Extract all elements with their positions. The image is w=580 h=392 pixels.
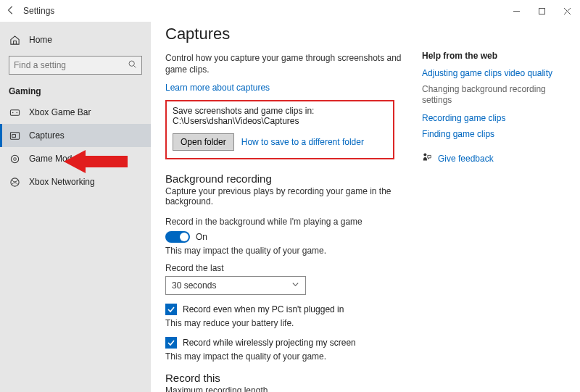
sidebar: Home Gaming Xbox Game Bar [0, 22, 151, 392]
svg-point-11 [10, 178, 18, 185]
sidebar-section-label: Gaming [0, 75, 151, 101]
sidebar-item-label: Xbox Networking [29, 177, 95, 187]
svg-point-5 [12, 112, 13, 113]
sidebar-nav: Xbox Game Bar Captures Game Mode [0, 101, 151, 193]
help-heading: Help from the web [422, 51, 567, 61]
sidebar-item-captures[interactable]: Captures [0, 124, 151, 147]
chevron-down-icon [291, 280, 299, 291]
minimize-button[interactable] [504, 0, 529, 22]
svg-rect-8 [12, 134, 15, 137]
checkbox-wireless-label: Record while wirelessly projecting my sc… [183, 338, 356, 348]
window-title: Settings [22, 6, 54, 16]
sidebar-item-game-mode[interactable]: Game Mode [0, 147, 151, 170]
sidebar-home[interactable]: Home [0, 30, 151, 50]
learn-more-link[interactable]: Learn more about captures [165, 83, 270, 93]
save-location-label: Save screenshots and game clips in: C:\U… [173, 106, 387, 126]
help-aside: Help from the web Adjusting game clips v… [422, 25, 567, 392]
how-to-save-link[interactable]: How to save to a different folder [241, 137, 364, 147]
title-bar: Settings [0, 0, 580, 22]
back-button[interactable] [0, 5, 22, 17]
captures-icon [9, 130, 20, 141]
svg-rect-7 [10, 132, 19, 138]
svg-point-2 [129, 61, 134, 66]
sidebar-item-xbox-game-bar[interactable]: Xbox Game Bar [0, 101, 151, 124]
xbox-networking-icon [9, 177, 20, 188]
checkbox-wireless[interactable] [165, 337, 177, 349]
feedback-icon [422, 152, 432, 164]
help-link-recording[interactable]: Recording game clips [422, 113, 567, 123]
svg-point-9 [11, 155, 18, 162]
record-this-heading: Record this [165, 372, 415, 384]
home-icon [9, 35, 20, 46]
record-last-select[interactable]: 30 seconds [165, 276, 306, 295]
close-button[interactable] [555, 0, 580, 22]
svg-point-6 [16, 112, 17, 113]
help-link-finding[interactable]: Finding game clips [422, 129, 567, 139]
maximize-button[interactable] [529, 0, 555, 22]
toggle-label: Record in the background while I'm playi… [165, 217, 415, 227]
toggle-note: This may impact the quality of your game… [165, 246, 415, 256]
open-folder-button[interactable]: Open folder [173, 133, 234, 151]
search-box[interactable] [9, 56, 142, 75]
toggle-state: On [196, 232, 207, 242]
background-subtext: Capture your previous plays by recording… [165, 186, 415, 207]
background-heading: Background recording [165, 172, 415, 185]
record-this-sub: Maximum recording length [165, 385, 415, 392]
help-link-changing-bg: Changing background recording settings [422, 84, 567, 106]
background-recording-toggle[interactable] [165, 231, 190, 243]
checkbox-plugged-note: This may reduce your battery life. [165, 318, 415, 328]
svg-rect-1 [539, 8, 545, 14]
checkbox-plugged-label: Record even when my PC isn't plugged in [183, 304, 344, 314]
content: Captures Control how you capture your ga… [165, 25, 422, 392]
checkbox-wireless-note: This may impact the quality of your game… [165, 351, 415, 362]
svg-point-10 [13, 157, 16, 160]
search-icon [128, 59, 137, 71]
record-last-value: 30 seconds [172, 280, 216, 291]
sidebar-item-label: Game Mode [29, 154, 77, 164]
give-feedback-link[interactable]: Give feedback [438, 154, 494, 164]
svg-point-13 [423, 153, 426, 156]
help-link-adjusting[interactable]: Adjusting game clips video quality [422, 68, 567, 78]
record-last-label: Record the last [165, 263, 415, 273]
checkbox-plugged-in[interactable] [165, 304, 177, 315]
sidebar-item-label: Captures [29, 130, 65, 141]
sidebar-item-xbox-networking[interactable]: Xbox Networking [0, 170, 151, 193]
save-location-box: Save screenshots and game clips in: C:\U… [165, 100, 394, 159]
svg-line-3 [134, 66, 136, 68]
game-bar-icon [9, 107, 20, 118]
sidebar-home-label: Home [29, 35, 52, 45]
sidebar-item-label: Xbox Game Bar [29, 107, 91, 117]
page-title: Captures [165, 25, 415, 43]
game-mode-icon [9, 154, 20, 164]
intro-text: Control how you capture your game throug… [165, 52, 405, 75]
svg-rect-4 [10, 109, 19, 115]
search-input[interactable] [14, 60, 128, 70]
